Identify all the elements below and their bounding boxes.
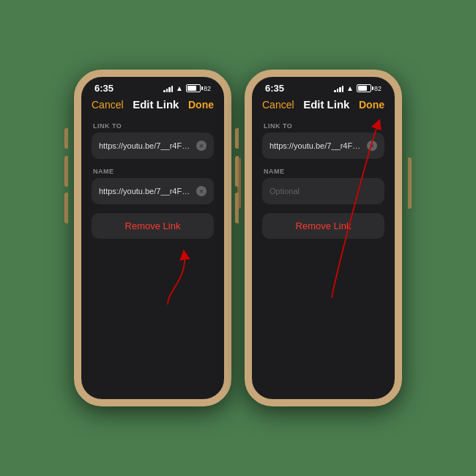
phone-frame-1: 6:35 ▲ 82 bbox=[74, 70, 231, 406]
remove-link-text-1: Remove Link bbox=[125, 220, 181, 231]
content-2: LINK TO https://youtu.be/7__r4FVj-El?fea… bbox=[252, 116, 395, 399]
battery-text-1: 82 bbox=[204, 85, 211, 92]
battery-icon-1: 82 bbox=[186, 84, 211, 92]
link-to-clear-2[interactable] bbox=[367, 141, 377, 151]
link-to-field-1[interactable]: https://youtu.be/7__r4FVj-El?feature=sha… bbox=[92, 133, 214, 159]
signal-icon-1 bbox=[163, 85, 173, 92]
status-time-1: 6:35 bbox=[94, 83, 114, 94]
link-to-label-1: LINK TO bbox=[92, 122, 214, 130]
name-placeholder-2: Optional bbox=[269, 187, 300, 196]
status-bar-1: 6:35 ▲ 82 bbox=[81, 77, 224, 97]
phone-frame-2: 6:35 ▲ 82 bbox=[245, 70, 402, 406]
link-to-label-2: LINK TO bbox=[262, 122, 384, 130]
mute-button-2 bbox=[235, 128, 239, 149]
link-to-clear-1[interactable] bbox=[196, 141, 207, 151]
link-to-value-1: https://youtu.be/7__r4FVj-El?feature=sha… bbox=[99, 141, 192, 150]
name-label-2: NAME bbox=[262, 168, 384, 175]
phone-2: 6:35 ▲ 82 bbox=[245, 70, 402, 406]
link-to-section-2: LINK TO https://youtu.be/7__r4FVj-El?fea… bbox=[262, 122, 384, 159]
mute-button bbox=[64, 128, 68, 149]
volume-up-button-2 bbox=[235, 156, 239, 187]
status-icons-1: ▲ 82 bbox=[163, 84, 211, 92]
cancel-button-1[interactable]: Cancel bbox=[92, 99, 124, 111]
link-to-field-2[interactable]: https://youtu.be/7__r4FVj-El?feature=sha… bbox=[262, 133, 384, 159]
status-icons-2: ▲ 82 bbox=[334, 84, 382, 92]
volume-up-button bbox=[64, 156, 68, 187]
volume-down-button-2 bbox=[235, 193, 239, 223]
nav-title-1: Edit Link bbox=[133, 98, 179, 111]
nav-title-2: Edit Link bbox=[303, 98, 349, 111]
nav-bar-1: Cancel Edit Link Done bbox=[81, 97, 224, 116]
remove-link-button-2[interactable]: Remove Link bbox=[262, 213, 384, 239]
name-section-2: NAME Optional bbox=[262, 168, 384, 204]
name-section-1: NAME https://youtu.be/7__r4FVj-El?featur… bbox=[92, 168, 214, 204]
battery-icon-2: 82 bbox=[357, 84, 382, 92]
status-bar-2: 6:35 ▲ 82 bbox=[252, 77, 395, 97]
phone-screen-1: 6:35 ▲ 82 bbox=[81, 77, 224, 399]
phone-screen-2: 6:35 ▲ 82 bbox=[252, 77, 395, 399]
name-clear-1[interactable] bbox=[196, 186, 207, 196]
remove-link-button-1[interactable]: Remove Link bbox=[92, 213, 214, 239]
name-field-1[interactable]: https://youtu.be/7__r4FVj-El?feature=sha… bbox=[92, 178, 214, 204]
remove-link-text-2: Remove Link bbox=[296, 220, 352, 231]
name-field-2[interactable]: Optional bbox=[262, 178, 384, 204]
link-to-value-2: https://youtu.be/7__r4FVj-El?feature=sha… bbox=[269, 141, 362, 150]
battery-text-2: 82 bbox=[374, 85, 382, 92]
link-to-section-1: LINK TO https://youtu.be/7__r4FVj-El?fea… bbox=[92, 122, 214, 159]
name-label-1: NAME bbox=[92, 168, 214, 175]
content-1: LINK TO https://youtu.be/7__r4FVj-El?fea… bbox=[81, 116, 224, 399]
status-time-2: 6:35 bbox=[265, 83, 284, 94]
done-button-1[interactable]: Done bbox=[188, 99, 214, 111]
name-value-1: https://youtu.be/7__r4FVj-El?feature=sha… bbox=[99, 187, 192, 196]
phone-1: 6:35 ▲ 82 bbox=[74, 70, 231, 406]
cancel-button-2[interactable]: Cancel bbox=[262, 99, 294, 111]
done-button-2[interactable]: Done bbox=[359, 99, 384, 111]
wifi-icon-1: ▲ bbox=[176, 84, 183, 92]
wifi-icon-2: ▲ bbox=[346, 84, 354, 92]
signal-icon-2 bbox=[334, 85, 343, 92]
power-button-2 bbox=[408, 157, 412, 209]
nav-bar-2: Cancel Edit Link Done bbox=[252, 97, 395, 116]
volume-down-button bbox=[64, 193, 68, 223]
